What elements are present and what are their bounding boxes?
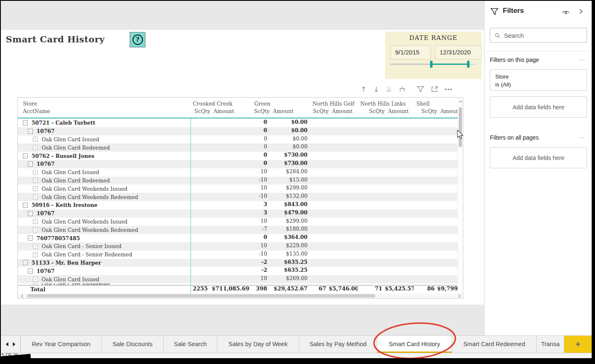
start-date-input[interactable]: 9/1/2015 xyxy=(391,45,431,59)
value-cell xyxy=(437,143,458,152)
value-cell xyxy=(190,275,210,283)
collapse-icon[interactable]: − xyxy=(23,153,28,158)
value-cell xyxy=(190,209,210,218)
tab-sale-discounts[interactable]: Sale Discounts xyxy=(102,336,164,353)
vertical-scrollbar[interactable] xyxy=(457,98,463,293)
column-subheaders: ScQtyAmount xyxy=(252,108,310,116)
collapse-pane-chevron-icon[interactable] xyxy=(578,8,583,17)
drill-up-icon[interactable]: ↑ xyxy=(361,85,366,94)
collapse-icon[interactable]: − xyxy=(28,211,33,216)
slider-handle-start[interactable] xyxy=(430,61,433,68)
value-cell xyxy=(385,209,414,218)
value-cell: $635.25 xyxy=(270,259,310,267)
row-label: 760778057485 xyxy=(37,235,80,241)
value-cell xyxy=(210,160,252,168)
tab-smart-card-history[interactable]: Smart Card History xyxy=(377,336,452,353)
value-cell xyxy=(210,209,252,218)
end-date-input[interactable]: 12/31/2020 xyxy=(435,45,482,59)
value-cell xyxy=(190,177,210,185)
row-label: Oak Glen Card Issued xyxy=(42,136,99,143)
section-more-options-icon[interactable]: ... xyxy=(579,55,585,61)
visual-toolbar: ↑ ↓ ⇊ ⋯ xyxy=(361,84,453,94)
scroll-up-icon[interactable] xyxy=(458,99,463,104)
tab-transa[interactable]: Transa xyxy=(537,336,564,353)
value-cell xyxy=(310,275,329,283)
expand-icon[interactable]: + xyxy=(33,252,38,257)
expand-all-icon[interactable] xyxy=(398,86,406,93)
value-cell xyxy=(310,251,329,259)
expand-icon[interactable]: + xyxy=(33,186,38,191)
more-options-icon[interactable]: ⋯ xyxy=(445,85,453,94)
value-cell xyxy=(310,152,329,160)
value-cell: $730.00 xyxy=(270,160,310,168)
expand-icon[interactable]: + xyxy=(33,277,38,282)
expand-icon[interactable]: + xyxy=(33,194,38,199)
expand-icon[interactable]: + xyxy=(33,170,38,175)
table-row: +Oak Glen Card - Senior Redeemed-10$135.… xyxy=(18,251,458,259)
row-label: 10767 xyxy=(37,161,55,167)
collapse-icon[interactable]: − xyxy=(28,129,33,134)
tab-sales-by-day-of-week[interactable]: Sales by Day of Week xyxy=(217,336,299,353)
row-header-cell: +Oak Glen Card - Senior Redeemed xyxy=(18,251,190,259)
collapse-icon[interactable]: − xyxy=(23,121,28,125)
previous-page-icon[interactable] xyxy=(5,342,9,347)
value-cell: 3 xyxy=(252,209,270,218)
total-value-cell: 86 xyxy=(414,285,437,293)
tab-rev-year-comparison[interactable]: Rev Year Comparison xyxy=(21,336,102,353)
horizontal-scroll-thumb[interactable] xyxy=(27,294,375,298)
table-row: −107670$0.00 xyxy=(18,127,458,135)
value-cell xyxy=(190,193,210,201)
total-label: Total xyxy=(18,285,190,293)
scroll-left-icon[interactable] xyxy=(20,293,25,298)
value-cell xyxy=(385,168,414,177)
help-button[interactable]: ? xyxy=(130,32,145,47)
slider-handle-end[interactable] xyxy=(467,61,470,68)
total-value-cell: 71 xyxy=(358,285,385,293)
value-cell xyxy=(385,119,414,127)
drill-down-icon[interactable]: ↓ xyxy=(373,85,379,94)
value-cell: $635.25 xyxy=(270,267,310,275)
value-cell xyxy=(414,201,437,209)
value-cell xyxy=(329,242,358,251)
collapse-icon[interactable]: − xyxy=(28,236,33,241)
store-filter-card[interactable]: Store is (All) xyxy=(490,69,587,91)
expand-icon[interactable]: + xyxy=(33,178,38,183)
row-header-cell: +Oak Glen Card - Senior Issued xyxy=(18,242,190,251)
tab-label: Sales by Day of Week xyxy=(229,341,288,347)
collapse-icon[interactable]: − xyxy=(23,260,28,265)
value-cell xyxy=(358,251,385,259)
value-cell: $229.00 xyxy=(270,242,310,251)
collapse-icon[interactable]: − xyxy=(28,268,33,273)
tab-sales-by-pay-method[interactable]: Sales by Pay Method xyxy=(299,336,377,353)
search-input[interactable] xyxy=(504,32,587,39)
expand-icon[interactable]: + xyxy=(33,244,38,249)
filter-icon[interactable] xyxy=(417,86,424,93)
expand-icon[interactable]: + xyxy=(33,145,38,150)
horizontal-scrollbar[interactable] xyxy=(18,293,463,298)
section-more-options-icon[interactable]: ... xyxy=(579,133,585,139)
value-cell xyxy=(190,135,210,144)
collapse-icon[interactable]: − xyxy=(28,162,33,167)
collapse-icon[interactable]: − xyxy=(23,203,28,208)
tab-sale-search[interactable]: Sale Search xyxy=(164,336,217,353)
expand-icon[interactable]: + xyxy=(33,137,38,142)
focus-mode-icon[interactable] xyxy=(431,86,438,93)
add-data-fields-dropzone[interactable]: Add data fields here xyxy=(490,147,587,168)
value-cell: 0 xyxy=(252,234,270,242)
scroll-right-icon[interactable] xyxy=(457,293,462,298)
value-cell xyxy=(437,267,458,275)
expand-icon[interactable]: + xyxy=(33,219,38,224)
next-page-icon[interactable] xyxy=(12,342,16,347)
new-page-button[interactable]: + xyxy=(564,336,592,353)
value-cell: 0 xyxy=(252,152,270,160)
value-cell xyxy=(190,119,210,127)
column-group-label: Green xyxy=(252,101,310,108)
expand-icon[interactable]: + xyxy=(33,227,38,232)
value-cell xyxy=(310,218,329,226)
filters-search-box[interactable] xyxy=(490,28,587,43)
add-data-fields-dropzone[interactable]: Add data fields here xyxy=(490,96,587,118)
row-header-cell: +Oak Glen Card Issued xyxy=(18,135,190,144)
tab-smart-card-redeemed[interactable]: Smart Card Redeemed xyxy=(452,336,537,353)
hide-pane-eye-icon[interactable] xyxy=(562,9,570,17)
value-cell xyxy=(437,209,458,218)
